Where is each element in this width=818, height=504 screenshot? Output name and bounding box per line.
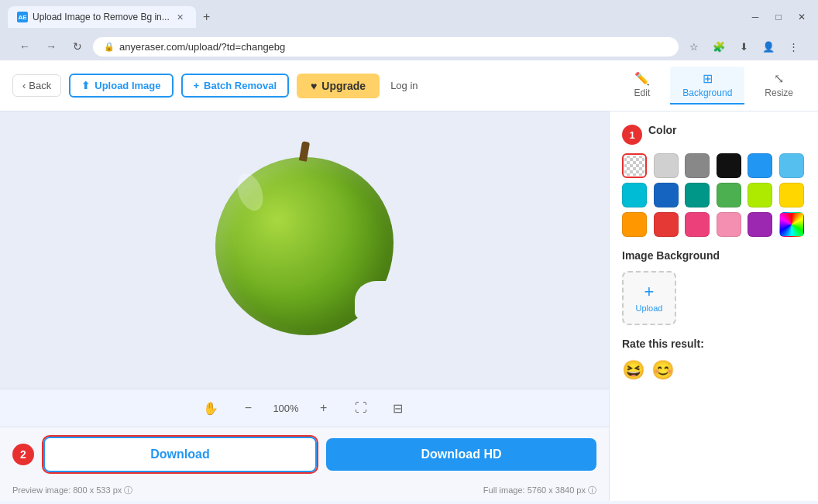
batch-label: Batch Removal bbox=[204, 80, 277, 91]
download-button[interactable]: Download bbox=[43, 437, 317, 472]
color-swatch-light-gray[interactable] bbox=[654, 153, 679, 178]
laugh-emoji-button[interactable]: 😆 bbox=[622, 359, 645, 381]
nav-tabs: AE Upload Image to Remove Bg in... ✕ + bbox=[8, 6, 218, 28]
main-content: ✋ − 100% + ⛶ ⊟ 2 Download Download HD Pr… bbox=[0, 111, 818, 501]
profile-icon[interactable]: 👤 bbox=[758, 36, 779, 57]
color-swatch-purple[interactable] bbox=[748, 212, 772, 237]
tab-favicon: AE bbox=[17, 12, 28, 22]
plus-icon: + bbox=[194, 80, 200, 91]
tab-resize[interactable]: ⤡ Resize bbox=[752, 67, 806, 105]
tab-edit[interactable]: ✏️ Edit bbox=[622, 67, 663, 105]
back-chevron-icon: ‹ bbox=[22, 80, 26, 91]
color-swatch-yellow[interactable] bbox=[779, 183, 804, 207]
right-panel: 1 Color bbox=[609, 111, 818, 501]
address-icons: ☆ 🧩 ⬇ 👤 ⋮ bbox=[683, 36, 804, 57]
maximize-button[interactable]: □ bbox=[770, 9, 787, 26]
image-container bbox=[0, 111, 609, 389]
color-swatch-rainbow[interactable] bbox=[779, 212, 804, 237]
address-bar: ← → ↻ 🔒 anyeraser.com/upload/?td=changeb… bbox=[8, 33, 810, 60]
background-label: Background bbox=[682, 87, 732, 98]
step2-badge: 2 bbox=[12, 444, 34, 465]
full-size-text: Full image: 5760 x 3840 px ⓘ bbox=[483, 485, 596, 496]
canvas-area: ✋ − 100% + ⛶ ⊟ 2 Download Download HD Pr… bbox=[0, 111, 609, 501]
browser-chrome: AE Upload Image to Remove Bg in... ✕ + ─… bbox=[0, 0, 818, 60]
split-view-button[interactable]: ⊟ bbox=[386, 396, 411, 420]
color-swatch-blue[interactable] bbox=[748, 153, 772, 178]
color-swatch-black[interactable] bbox=[717, 153, 741, 178]
resize-icon: ⤡ bbox=[774, 71, 784, 86]
image-bg-section: Image Background + Upload bbox=[622, 249, 806, 325]
upload-plus-icon: + bbox=[644, 283, 655, 300]
url-field[interactable]: 🔒 anyeraser.com/upload/?td=changebg bbox=[93, 37, 679, 57]
login-button[interactable]: Log in bbox=[390, 80, 418, 91]
tab-background[interactable]: ⊞ Background bbox=[670, 67, 744, 105]
color-swatch-sky-blue[interactable] bbox=[779, 153, 804, 178]
color-grid bbox=[622, 153, 806, 237]
canvas-toolbar-strip: ✋ − 100% + ⛶ ⊟ bbox=[0, 389, 609, 427]
upload-icon: ⬆ bbox=[81, 80, 90, 91]
full-info-icon[interactable]: ⓘ bbox=[588, 485, 596, 495]
zoom-out-button[interactable]: − bbox=[235, 396, 260, 420]
color-swatch-teal[interactable] bbox=[685, 183, 710, 207]
color-swatch-green[interactable] bbox=[717, 183, 741, 207]
url-text: anyeraser.com/upload/?td=changebg bbox=[119, 41, 285, 53]
close-button[interactable]: ✕ bbox=[793, 9, 810, 26]
active-tab[interactable]: AE Upload Image to Remove Bg in... ✕ bbox=[8, 6, 196, 28]
new-tab-button[interactable]: + bbox=[196, 6, 218, 28]
bookmark-icon[interactable]: ☆ bbox=[683, 36, 705, 57]
color-swatch-yellow-green[interactable] bbox=[748, 183, 772, 207]
upgrade-button[interactable]: ♥ Upgrade bbox=[297, 74, 380, 98]
download-hd-button[interactable]: Download HD bbox=[326, 438, 596, 471]
full-label: Full image: 5760 x 3840 px bbox=[483, 485, 586, 495]
rate-section: Rate this result: 😆 😊 bbox=[622, 338, 806, 381]
edit-label: Edit bbox=[634, 87, 651, 98]
upgrade-label: Upgrade bbox=[321, 80, 366, 92]
forward-nav-button[interactable]: → bbox=[40, 36, 62, 57]
batch-removal-button[interactable]: + Batch Removal bbox=[181, 74, 290, 98]
tab-title: Upload Image to Remove Bg in... bbox=[33, 12, 170, 22]
fullscreen-button[interactable]: ⛶ bbox=[349, 396, 373, 420]
rate-title: Rate this result: bbox=[622, 338, 806, 350]
emoji-row: 😆 😊 bbox=[622, 359, 806, 381]
step1-badge: 1 bbox=[622, 125, 642, 145]
back-button[interactable]: ‹ Back bbox=[12, 74, 61, 97]
color-swatch-red[interactable] bbox=[654, 212, 679, 237]
zoom-in-button[interactable]: + bbox=[311, 396, 336, 420]
resize-label: Resize bbox=[765, 87, 793, 98]
tab-close-btn[interactable]: ✕ bbox=[174, 11, 187, 23]
preview-size-text: Preview image: 800 x 533 px ⓘ bbox=[12, 485, 132, 496]
window-controls: ─ □ ✕ bbox=[747, 9, 810, 26]
heart-icon: ♥ bbox=[311, 80, 317, 92]
background-icon: ⊞ bbox=[703, 71, 713, 86]
apple-stem bbox=[299, 141, 310, 161]
smile-emoji-button[interactable]: 😊 bbox=[651, 359, 675, 381]
color-swatch-dark-blue[interactable] bbox=[654, 183, 679, 207]
minimize-button[interactable]: ─ bbox=[747, 9, 764, 26]
upload-bg-label: Upload bbox=[636, 303, 663, 313]
upload-bg-button[interactable]: + Upload bbox=[622, 271, 676, 325]
apple-bite bbox=[355, 281, 397, 320]
color-section-title: Color bbox=[648, 124, 677, 136]
preview-info-bar: Preview image: 800 x 533 px ⓘ Full image… bbox=[0, 482, 609, 501]
color-swatch-transparent[interactable] bbox=[622, 153, 647, 178]
download-icon[interactable]: ⬇ bbox=[733, 36, 754, 57]
app-toolbar: ‹ Back ⬆ Upload Image + Batch Removal ♥ … bbox=[0, 60, 818, 111]
apple-highlight bbox=[232, 170, 267, 214]
back-nav-button[interactable]: ← bbox=[14, 36, 36, 57]
pan-tool-button[interactable]: ✋ bbox=[198, 396, 223, 420]
menu-icon[interactable]: ⋮ bbox=[782, 36, 804, 57]
color-swatch-cyan[interactable] bbox=[622, 183, 647, 207]
color-section-header: 1 Color bbox=[622, 124, 806, 146]
upload-image-button[interactable]: ⬆ Upload Image bbox=[69, 74, 173, 98]
preview-info-icon[interactable]: ⓘ bbox=[124, 485, 132, 495]
color-swatch-pink[interactable] bbox=[717, 212, 741, 237]
back-label: Back bbox=[29, 80, 51, 91]
color-swatch-pink-red[interactable] bbox=[685, 212, 710, 237]
extension-icon[interactable]: 🧩 bbox=[708, 36, 730, 57]
apple-image bbox=[196, 134, 413, 366]
preview-label: Preview image: 800 x 533 px bbox=[12, 485, 122, 495]
download-label: Download bbox=[150, 447, 209, 461]
reload-button[interactable]: ↻ bbox=[67, 36, 88, 57]
color-swatch-orange[interactable] bbox=[622, 212, 647, 237]
color-swatch-gray[interactable] bbox=[685, 153, 710, 178]
